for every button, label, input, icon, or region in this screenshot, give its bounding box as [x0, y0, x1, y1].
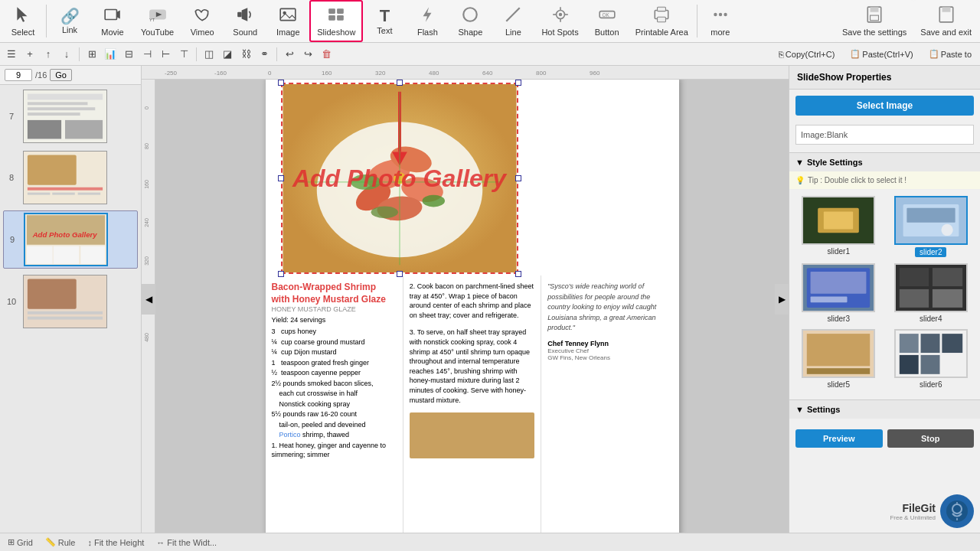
svg-rect-12 — [328, 15, 335, 21]
sep3 — [79, 47, 80, 61]
paste-style-btn[interactable]: ◪ — [219, 46, 236, 63]
recipe-content: Bacon-Wrapped Shrimp with Honey Mustard … — [266, 276, 679, 533]
svg-point-82 — [422, 195, 445, 207]
copy-style-btn[interactable]: ◫ — [201, 46, 217, 63]
canvas-nav-right[interactable]: ▶ — [775, 284, 789, 315]
recipe-source: HONEY MUSTARD GLAZE — [272, 305, 397, 313]
handle-br[interactable] — [515, 271, 521, 277]
svg-rect-37 — [28, 102, 88, 105]
svg-marker-7 — [242, 8, 248, 21]
rule-icon: 📏 — [45, 537, 56, 547]
tool-button[interactable]: OK Button — [586, 0, 629, 42]
copy-button[interactable]: ⎘ Copy(Ctrl+C) — [773, 47, 840, 61]
tool-more[interactable]: more — [699, 0, 742, 42]
slider-item-6[interactable]: slider6 — [888, 329, 975, 389]
select-image-button[interactable]: Select Image — [795, 96, 974, 116]
tool-sound[interactable]: Sound — [224, 0, 266, 42]
redo-btn[interactable]: ↪ — [299, 46, 316, 63]
grid-btn[interactable]: ⊞ — [83, 46, 100, 63]
slider-item-4[interactable]: slider4 — [888, 263, 975, 323]
handle-tr[interactable] — [515, 80, 521, 86]
tool-slideshow[interactable]: Slideshow — [309, 0, 363, 42]
canvas-nav-left[interactable]: ◀ — [142, 284, 155, 315]
handle-bm[interactable] — [397, 271, 403, 277]
align-left-btn[interactable]: ⊣ — [139, 46, 155, 63]
slide-item[interactable]: 8 — [3, 149, 138, 206]
svg-text:640: 640 — [482, 70, 493, 77]
slider-item-5[interactable]: slider5 — [795, 329, 882, 389]
handle-tl[interactable] — [278, 80, 284, 86]
slider-item-2[interactable]: slider2 — [888, 196, 975, 257]
slide-number-input[interactable] — [5, 69, 32, 81]
style-settings-header[interactable]: ▼ Style Settings — [789, 153, 980, 171]
svg-rect-99 — [811, 297, 848, 303]
tool-flash[interactable]: Flash — [406, 0, 449, 42]
add-btn[interactable]: + — [21, 46, 38, 63]
filegit-tagline: Free & Unlimited — [890, 514, 936, 521]
fit-height-toggle[interactable]: ↕ Fit the Height — [87, 538, 144, 547]
tool-movie[interactable]: Movie — [91, 0, 134, 42]
paste-button[interactable]: 📋 Paste(Ctrl+V) — [844, 47, 918, 61]
slider2-label: slider2 — [915, 247, 946, 257]
portico-link[interactable]: Portico — [279, 431, 301, 439]
tip-area: 💡 Tip : Double click to select it ! — [789, 171, 980, 190]
slide-panel: /16 Go 7 — [0, 66, 142, 533]
toolbar-spacer — [742, 0, 835, 42]
slider-item-1[interactable]: slider1 — [795, 196, 882, 257]
paste-to-button[interactable]: 📋 Paste to — [923, 47, 977, 61]
delete-btn[interactable]: 🗑 — [318, 46, 335, 63]
save-settings-button[interactable]: Save the settings — [835, 0, 913, 42]
tool-shape[interactable]: Shape — [449, 0, 492, 42]
slide-item-selected[interactable]: 9 Add Photo Gallery — [3, 210, 138, 269]
move-down-btn[interactable]: ↓ — [58, 46, 75, 63]
move-up-btn[interactable]: ↑ — [40, 46, 57, 63]
svg-point-83 — [371, 206, 397, 218]
svg-rect-107 — [807, 368, 870, 374]
align-right-btn[interactable]: ⊢ — [157, 46, 174, 63]
undo-btn[interactable]: ↩ — [281, 46, 298, 63]
tool-image[interactable]: Image — [266, 0, 309, 42]
handle-ml[interactable] — [278, 175, 284, 181]
fit-width-toggle[interactable]: ↔ Fit the Widt... — [156, 538, 217, 547]
svg-text:480: 480 — [144, 333, 149, 342]
handle-mr[interactable] — [515, 175, 521, 181]
tool-text[interactable]: T Text — [363, 0, 406, 42]
tool-select[interactable]: Select — [2, 0, 44, 42]
chef-title2: GW Fins, New Orleans — [547, 354, 672, 361]
layout-btn[interactable]: ⊟ — [120, 46, 137, 63]
tool-hotspots[interactable]: Hot Spots — [534, 0, 585, 42]
tool-line[interactable]: Line — [492, 0, 534, 42]
save-exit-button[interactable]: Save and exit — [913, 0, 978, 42]
tool-link[interactable]: 🔗 Link — [48, 0, 91, 42]
handle-bl[interactable] — [278, 271, 284, 277]
rule-toggle[interactable]: 📏 Rule — [45, 537, 76, 547]
preview-button[interactable]: Preview — [795, 429, 883, 448]
link-btn2[interactable]: ⛓ — [237, 46, 254, 63]
svg-rect-44 — [28, 187, 103, 191]
tool-youtube[interactable]: YT YouTube — [134, 0, 181, 42]
slide-number: 10 — [5, 297, 18, 306]
tool-vimeo[interactable]: Vimeo — [181, 0, 224, 42]
distribute-btn[interactable]: ⊤ — [175, 46, 192, 63]
slide-item[interactable]: 10 — [3, 273, 138, 330]
stop-button[interactable]: Stop — [887, 429, 975, 448]
list-view-btn[interactable]: ☰ — [3, 46, 20, 63]
settings-header[interactable]: ▼ Settings — [789, 400, 980, 419]
svg-rect-46 — [52, 193, 74, 195]
svg-rect-41 — [65, 120, 103, 139]
unlink-btn[interactable]: ⚭ — [256, 46, 273, 63]
chart-btn[interactable]: 📊 — [102, 46, 119, 63]
canvas-area: ◀ -250 -160 0 160 320 480 640 800 960 0 … — [142, 66, 789, 533]
slider-item-3[interactable]: slider3 — [795, 263, 882, 323]
slide-item[interactable]: 7 — [3, 88, 138, 145]
slideshow-element[interactable]: Add Photo Gallery — [281, 83, 518, 274]
preview-stop-row: Preview Stop — [795, 429, 974, 448]
grid-toggle[interactable]: ⊞ Grid — [8, 537, 33, 547]
go-button[interactable]: Go — [50, 69, 72, 81]
tool-printable[interactable]: Printable Area — [629, 0, 695, 42]
handle-tm[interactable] — [397, 80, 403, 86]
paste-to-icon: 📋 — [929, 49, 939, 59]
svg-point-27 — [714, 13, 717, 16]
svg-rect-91 — [824, 212, 853, 230]
filegit-logo-icon — [940, 494, 974, 528]
